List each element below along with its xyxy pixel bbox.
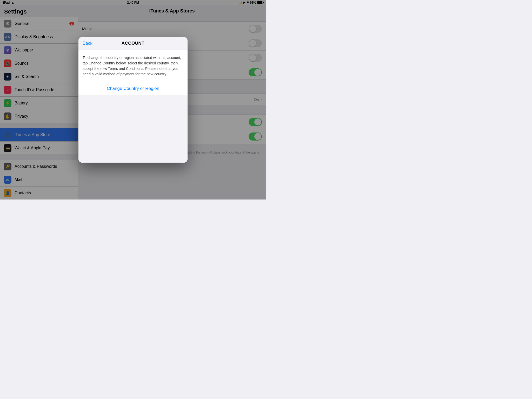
modal-back-button[interactable]: Back	[83, 41, 92, 46]
change-country-button[interactable]: Change Country or Region	[107, 86, 159, 91]
modal-action-section: Change Country or Region	[78, 82, 188, 95]
modal-spacer	[78, 95, 188, 163]
modal-header: Back ACCOUNT	[78, 37, 188, 50]
modal-body: To change the country or region associat…	[78, 50, 188, 82]
modal-title: ACCOUNT	[122, 41, 145, 46]
account-modal: Back ACCOUNT To change the country or re…	[78, 37, 188, 163]
modal-overlay[interactable]: Back ACCOUNT To change the country or re…	[0, 0, 266, 200]
modal-description: To change the country or region associat…	[83, 55, 183, 77]
